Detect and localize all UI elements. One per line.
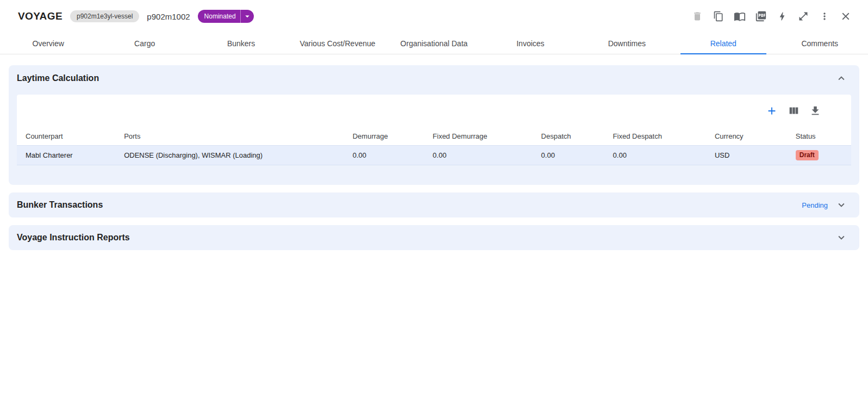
tab-cargo[interactable]: Cargo: [96, 33, 192, 54]
table-row[interactable]: Mabl Charterer ODENSE (Discharging), WIS…: [17, 146, 851, 165]
status-badge: Draft: [796, 150, 819, 160]
log-book-icon[interactable]: [734, 10, 746, 22]
tab-bar: Overview Cargo Bunkers Various Cost/Reve…: [0, 33, 868, 54]
pdf-export-icon[interactable]: [755, 10, 767, 22]
voyage-instruction-reports-panel: Voyage Instruction Reports: [9, 225, 859, 250]
tab-various-cost-revenue[interactable]: Various Cost/Revenue: [289, 33, 385, 54]
laytime-table-toolbar: [17, 95, 851, 127]
section-title: Voyage Instruction Reports: [17, 233, 130, 243]
main-content: Laytime Calculation: [0, 54, 868, 250]
page-title: VOYAGE: [18, 10, 63, 22]
laytime-calculation-panel: Laytime Calculation: [9, 65, 859, 185]
download-icon[interactable]: [809, 104, 822, 117]
tab-comments[interactable]: Comments: [772, 33, 868, 54]
voyage-number: p902m1002: [147, 12, 190, 21]
close-icon[interactable]: [840, 10, 852, 22]
delete-icon[interactable]: [691, 10, 703, 22]
chevron-down-icon[interactable]: [835, 232, 847, 244]
tab-related[interactable]: Related: [675, 33, 771, 54]
add-row-icon[interactable]: [765, 104, 778, 117]
cell-fixed-demurrage: 0.00: [424, 146, 533, 165]
quick-actions-icon[interactable]: [776, 10, 788, 22]
cell-ports: ODENSE (Discharging), WISMAR (Loading): [115, 146, 344, 165]
cell-despatch: 0.00: [533, 146, 604, 165]
voyage-instruction-reports-header[interactable]: Voyage Instruction Reports: [9, 225, 859, 250]
laytime-calculation-header[interactable]: Laytime Calculation: [9, 65, 859, 91]
columns-icon[interactable]: [787, 104, 800, 117]
cell-fixed-despatch: 0.00: [604, 146, 706, 165]
more-options-icon[interactable]: [819, 10, 830, 22]
tab-downtimes[interactable]: Downtimes: [579, 33, 675, 54]
chevron-down-icon[interactable]: [835, 199, 847, 211]
table-header-row: Counterpart Ports Demurrage Fixed Demurr…: [17, 127, 851, 146]
column-header-status: Status: [787, 127, 851, 146]
caret-down-icon: [240, 10, 254, 23]
laytime-table-card: Counterpart Ports Demurrage Fixed Demurr…: [17, 95, 851, 165]
vessel-chip: p902m1e3yl-vessel: [70, 10, 139, 22]
cell-status: Draft: [787, 146, 851, 165]
voyage-status-label: Nominated: [198, 13, 240, 20]
tab-organisational-data[interactable]: Organisational Data: [386, 33, 482, 54]
column-header-despatch: Despatch: [533, 127, 604, 146]
tab-overview[interactable]: Overview: [0, 33, 96, 54]
section-title: Laytime Calculation: [17, 73, 99, 83]
header-toolbar: [691, 10, 852, 22]
tab-bunkers[interactable]: Bunkers: [193, 33, 289, 54]
cell-currency: USD: [706, 146, 787, 165]
tab-invoices[interactable]: Invoices: [482, 33, 578, 54]
column-header-fixed-demurrage: Fixed Demurrage: [424, 127, 533, 146]
cell-counterpart: Mabl Charterer: [17, 146, 115, 165]
column-header-counterpart: Counterpart: [17, 127, 115, 146]
pending-status-label: Pending: [802, 201, 828, 209]
column-header-currency: Currency: [706, 127, 787, 146]
cell-demurrage: 0.00: [344, 146, 424, 165]
column-header-fixed-despatch: Fixed Despatch: [604, 127, 706, 146]
column-header-ports: Ports: [115, 127, 344, 146]
bunker-transactions-header[interactable]: Bunker Transactions Pending: [9, 192, 859, 217]
section-title: Bunker Transactions: [17, 200, 103, 210]
copy-icon[interactable]: [713, 10, 725, 22]
window-header: VOYAGE p902m1e3yl-vessel p902m1002 Nomin…: [0, 0, 868, 33]
bunker-transactions-panel: Bunker Transactions Pending: [9, 192, 859, 217]
column-header-demurrage: Demurrage: [344, 127, 424, 146]
laytime-table: Counterpart Ports Demurrage Fixed Demurr…: [17, 127, 851, 165]
voyage-status-dropdown[interactable]: Nominated: [198, 10, 254, 23]
expand-fullscreen-icon[interactable]: [797, 10, 809, 22]
chevron-up-icon[interactable]: [835, 72, 847, 84]
